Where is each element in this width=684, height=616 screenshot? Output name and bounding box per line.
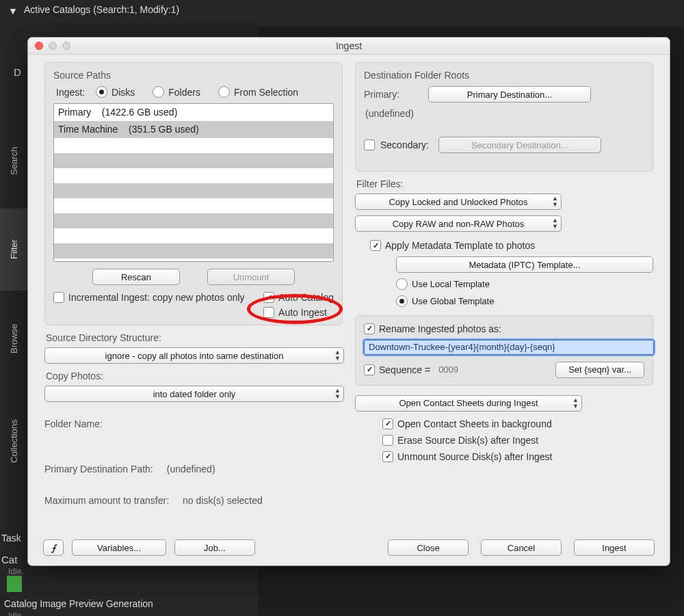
sds-popup[interactable]: ignore - copy all photos into same desti…: [44, 347, 344, 364]
unmount-button[interactable]: Unmount: [207, 269, 295, 285]
active-catalogs-header[interactable]: ▼ Active Catalogs (Search:1, Modify:1): [8, 4, 179, 15]
disclosure-triangle-icon[interactable]: ▼: [8, 5, 18, 16]
rescan-button[interactable]: Rescan: [92, 269, 180, 285]
status-idle-2: Idle.: [8, 611, 24, 616]
tab-browse[interactable]: Browse: [0, 291, 27, 386]
source-paths-title: Source Paths: [53, 70, 334, 81]
max-transfer-value: no disk(s) selected: [183, 495, 263, 506]
radio-folders[interactable]: Folders: [153, 86, 200, 98]
open-cs-bg-checkbox[interactable]: Open Contact Sheets in background: [382, 418, 653, 429]
primary-destination-button[interactable]: Primary Destination...: [428, 86, 591, 103]
radio-global-template[interactable]: Use Global Template: [396, 295, 653, 307]
cat-section-label: Cat: [1, 554, 17, 565]
pdp-label: Primary Destination Path:: [44, 464, 153, 474]
ingest-button[interactable]: Ingest: [574, 539, 655, 556]
disk-row-primary[interactable]: Primary (1422.6 GB used): [54, 104, 333, 121]
copy-photos-popup[interactable]: into dated folder only ▲▼: [44, 386, 344, 402]
ingest-mode-row: Ingest: Disks Folders From Selection: [56, 86, 334, 98]
incremental-ingest-checkbox[interactable]: Incremental Ingest: copy new photos only: [53, 292, 245, 303]
radio-dot-icon: [96, 86, 107, 98]
checkbox-icon: [382, 418, 393, 429]
checkbox-icon: [263, 307, 274, 318]
secondary-destination-button[interactable]: Secondary Destination...: [438, 137, 601, 153]
auto-ingest-checkbox[interactable]: Auto Ingest: [263, 307, 334, 318]
dialog-title: Ingest: [28, 40, 670, 51]
active-catalogs-label: Active Catalogs (Search:1, Modify:1): [24, 4, 179, 15]
rename-pattern-input[interactable]: [364, 340, 654, 355]
tab-collections[interactable]: Collections: [0, 386, 27, 496]
popup-arrows-icon: ▲▼: [573, 397, 579, 410]
source-paths-group: Source Paths Ingest: Disks Folders From …: [44, 62, 343, 325]
lightning-button[interactable]: ⨍: [43, 539, 64, 556]
secondary-checkbox[interactable]: Secondary:: [364, 139, 429, 150]
set-seqn-button[interactable]: Set {seqn} var...: [555, 362, 644, 378]
popup-arrows-icon: ▲▼: [552, 196, 558, 208]
tasks-section-label: Task: [1, 533, 21, 544]
checkbox-icon: [364, 139, 375, 150]
copy-photos-label: Copy Photos:: [46, 371, 343, 381]
catalog-preview-gen-label: Catalog Image Preview Generation: [4, 598, 153, 609]
destination-group: Destination Folder Roots Primary: Primar…: [355, 62, 653, 172]
dialog-footer: ⨍ Variables... Job... Close Cancel Inges…: [43, 539, 655, 556]
truncated-letter: D: [14, 66, 21, 78]
radio-disks[interactable]: Disks: [96, 86, 135, 98]
pdp-value: (undefined): [167, 464, 215, 474]
variables-button[interactable]: Variables...: [72, 539, 166, 556]
tab-search[interactable]: Search: [0, 113, 27, 209]
metadata-template-button[interactable]: Metadata (IPTC) Template...: [396, 256, 653, 273]
radio-dot-icon: [396, 278, 408, 290]
primary-dest-value: (undefined): [365, 108, 644, 119]
radio-local-template[interactable]: Use Local Template: [396, 278, 653, 290]
checkbox-icon: [364, 323, 375, 334]
checkbox-icon: [53, 292, 64, 303]
destination-title: Destination Folder Roots: [364, 70, 644, 81]
disk-row-time-machine[interactable]: Time Machine (351.5 GB used): [54, 121, 333, 138]
popup-arrows-icon: ▲▼: [334, 349, 341, 362]
filter-raw-popup[interactable]: Copy RAW and non-RAW Photos ▲▼: [355, 215, 562, 232]
erase-source-checkbox[interactable]: Erase Source Disk(s) after Ingest: [382, 435, 653, 446]
sds-label: Source Directory Structure:: [46, 332, 343, 343]
status-idle-1: Idle.: [8, 567, 24, 576]
checkbox-icon: [364, 364, 375, 375]
cancel-button[interactable]: Cancel: [481, 539, 562, 556]
folder-name-label: Folder Name:: [44, 418, 103, 429]
auto-catalog-checkbox[interactable]: Auto Catalog: [263, 292, 334, 303]
sequence-value: 0009: [438, 364, 458, 375]
side-tab-bar: Search Filter Browse Collections: [0, 113, 27, 496]
rename-checkbox[interactable]: Rename Ingested photos as:: [364, 323, 501, 334]
close-button[interactable]: Close: [388, 539, 469, 556]
checkbox-icon: [382, 435, 393, 446]
ingest-dialog: Ingest Source Paths Ingest: Disks Folder…: [27, 37, 670, 566]
apply-metadata-checkbox[interactable]: Apply Metadata Template to photos: [370, 240, 653, 251]
popup-arrows-icon: ▲▼: [552, 217, 558, 230]
popup-arrows-icon: ▲▼: [334, 388, 341, 400]
job-button[interactable]: Job...: [174, 539, 255, 556]
checkbox-icon: [382, 451, 393, 462]
tab-filter[interactable]: Filter: [0, 209, 27, 291]
disk-list[interactable]: Primary (1422.6 GB used) Time Machine (3…: [53, 103, 334, 262]
radio-from-selection[interactable]: From Selection: [218, 86, 298, 98]
primary-label: Primary:: [364, 89, 419, 100]
ingest-label: Ingest:: [56, 87, 85, 98]
open-contact-sheets-popup[interactable]: Open Contact Sheets during Ingest ▲▼: [355, 395, 582, 412]
progress-green-block: [7, 576, 22, 592]
checkbox-icon: [370, 240, 381, 251]
radio-dot-icon: [153, 86, 164, 98]
filter-files-label: Filter Files:: [356, 178, 653, 189]
titlebar[interactable]: Ingest: [28, 38, 670, 55]
checkbox-icon: [263, 292, 274, 303]
unmount-source-checkbox[interactable]: Unmount Source Disk(s) after Ingest: [382, 451, 653, 462]
rename-group: Rename Ingested photos as: Sequence = 00…: [355, 315, 653, 386]
sequence-checkbox[interactable]: Sequence =: [364, 364, 430, 375]
max-transfer-label: Maximum amount to transfer:: [44, 495, 169, 506]
filter-locked-popup[interactable]: Copy Locked and Unlocked Photos ▲▼: [355, 193, 562, 210]
radio-dot-icon: [396, 295, 408, 307]
radio-dot-icon: [218, 86, 230, 98]
